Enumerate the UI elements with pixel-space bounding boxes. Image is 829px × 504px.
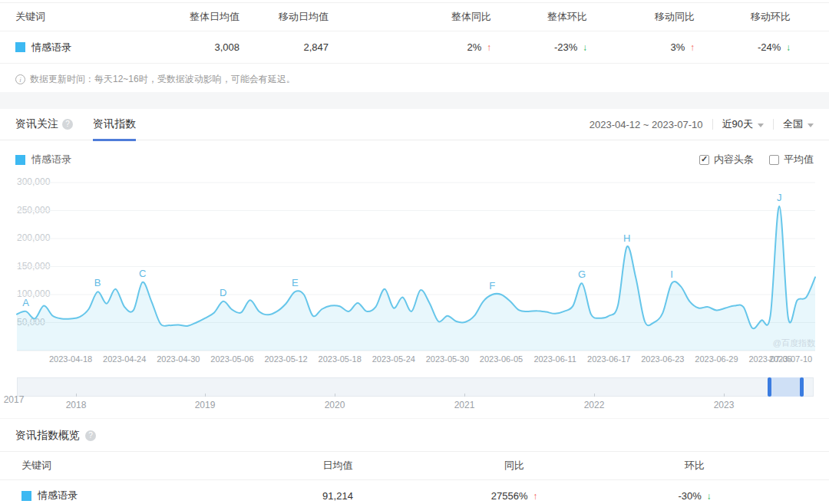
overview-keyword-cell[interactable]: 情感语录 [15, 489, 253, 502]
baidu-index-page: 关键词 整体日均值 移动日均值 整体同比 整体环比 移动同比 移动环比 情感语录… [0, 0, 829, 504]
overview-header-row: 关键词 日均值 同比 环比 [0, 451, 829, 480]
timeline-handle-left[interactable] [768, 377, 771, 397]
overview-yoy-value: 27556% ↑ [422, 490, 606, 502]
trend-arrow-icon: ↑ [533, 491, 537, 502]
overview-keyword-name: 情感语录 [38, 489, 78, 502]
overview-data-row: 情感语录 91,214 27556% ↑ -30% ↓ [0, 480, 829, 504]
overview-header-yoy: 同比 [422, 459, 606, 473]
keyword-color-swatch [21, 491, 31, 501]
trend-arrow-icon: ↓ [706, 491, 711, 502]
overview-title-row: 资讯指数概览 ? [0, 419, 829, 451]
overview-mom-value: -30% ↓ [606, 490, 783, 502]
timeline-year-label: 2019 [195, 400, 216, 410]
timeline-tick [76, 394, 77, 397]
timeline-tick [335, 394, 335, 397]
overview-header-mom: 环比 [606, 459, 783, 473]
timeline-year-label: 2022 [584, 400, 605, 410]
overview-header-avg: 日均值 [253, 459, 422, 473]
timeline-year-label: 2020 [325, 400, 345, 410]
overview-header-keyword: 关键词 [15, 459, 253, 473]
overview-avg-value: 91,214 [253, 490, 422, 502]
timeline-year-label: 2021 [454, 400, 475, 410]
help-icon[interactable]: ? [85, 430, 96, 441]
news-index-overview: 资讯指数概览 ? 关键词 日均值 同比 环比 情感语录 91,214 27556… [0, 418, 829, 504]
timeline-tick [594, 394, 595, 397]
timeline-year-label: 2018 [66, 400, 87, 410]
overview-title: 资讯指数概览 [15, 429, 80, 443]
timeline-year-label: 2023 [714, 400, 735, 410]
timeline-tick [464, 394, 465, 397]
timeline-year-label: 2017 [4, 394, 25, 405]
timeline-track[interactable] [17, 377, 814, 397]
timeline-selection[interactable] [769, 377, 804, 397]
timeline-tick [724, 394, 725, 397]
timeline-handle-right[interactable] [800, 377, 804, 397]
timeline-tick [205, 394, 206, 397]
